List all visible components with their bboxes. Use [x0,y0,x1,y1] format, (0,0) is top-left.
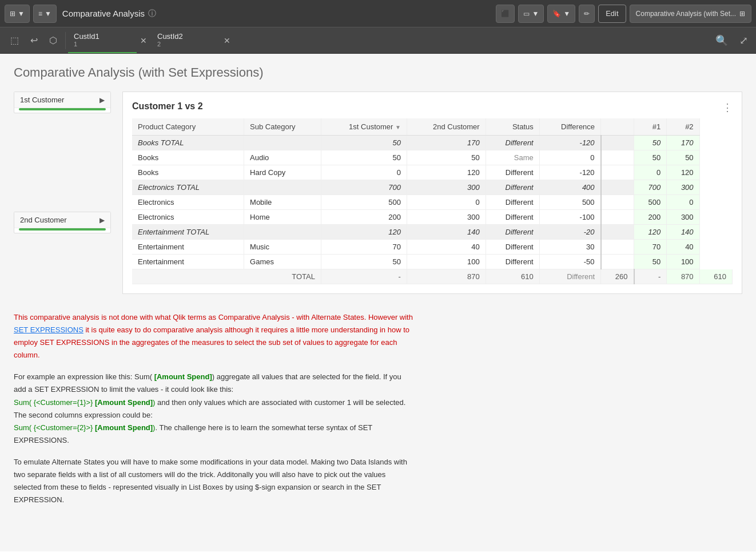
cell-diff: 400 [539,180,600,195]
cell-h2: 120 [667,165,699,180]
cell-c2: 40 [407,240,486,255]
tab-custid1-content[interactable]: CustId1 1 [68,27,137,53]
grid-view-button[interactable]: ⊞ ▼ [5,5,30,23]
sheet-label[interactable]: Comparative Analysis (with Set... ⊞ [630,5,751,23]
cell-subcategory [244,136,321,150]
select-all-button[interactable]: ⬚ [5,27,25,53]
filter-2nd-customer: 2nd Customer ▶ [14,212,111,233]
grid-icon: ⊞ [10,10,15,18]
analysis-container: Customer 1 vs 2 ⋮ Product Category Sub C… [122,92,742,294]
tab-search-icon[interactable]: 🔍 [712,34,731,47]
data-table: Product Category Sub Category 1st Custom… [132,118,733,284]
table-row: Books TOTAL50170Different-12050170 [132,136,733,150]
cell-c1: 500 [321,195,407,210]
filter-1st-customer: 1st Customer ▶ [14,92,111,113]
toolbar-right: ⬛ ▭ ▼ 🔖 ▼ ✏ Edit Comparative Analysis (w… [496,5,751,23]
cell-diff: -20 [539,225,600,240]
cell-h1: 0 [634,165,667,180]
tab-custid1: CustId1 1 ✕ [68,27,150,53]
col-header-blank [601,118,634,136]
table-row: EntertainmentGames50100Different-5050100 [132,255,733,269]
cell-h1: 70 [634,240,667,255]
monitor-button[interactable]: ▭ ▼ [518,5,544,23]
cell-c1: 700 [321,180,407,195]
list-view-button[interactable]: ≡ ▼ [33,5,57,23]
tab-custid2-value: 2 [157,41,214,47]
cell-subcategory [244,180,321,195]
camera-button[interactable]: ⬛ [496,5,515,23]
cell-status: Different [486,165,539,180]
back-icon: ↩ [30,35,38,46]
bookmark-icon: 🔖 [552,10,561,18]
bookmark-button[interactable]: 🔖 ▼ [547,5,575,23]
cell-blank [601,165,634,180]
back-button[interactable]: ↩ [25,27,43,53]
tab-custid2-content[interactable]: CustId2 2 [152,27,220,53]
table-menu-button[interactable]: ⋮ [722,101,733,114]
table-row: BooksAudio5050Same05050 [132,150,733,165]
tab-custid2-name: CustId2 [157,32,214,41]
filter-2nd-customer-header[interactable]: 2nd Customer ▶ [14,212,110,228]
cell-category: Electronics [132,210,244,225]
cell-c1: 120 [321,225,407,240]
total-h2: 610 [699,269,732,284]
toolbar-title: Comparative Analysis ⓘ [62,9,156,19]
tab-expand-icon[interactable]: ⤢ [736,34,751,47]
set-expressions-link[interactable]: SET EXPRESSIONS [14,325,83,334]
cell-h1: 50 [634,150,667,165]
total-c1-blank: - [321,269,407,284]
cell-status: Different [486,255,539,269]
total-diff: 260 [601,269,634,284]
cell-c2: 170 [407,136,486,150]
lasso-icon: ⬡ [49,35,57,46]
total-h1: 870 [667,269,699,284]
cell-blank [601,136,634,150]
cell-status: Different [486,225,539,240]
pen-button[interactable]: ✏ [579,5,595,23]
table-row: Electronics TOTAL700300Different40070030… [132,180,733,195]
cell-c1: 50 [321,136,407,150]
monitor-icon: ▭ [523,10,530,18]
tab-separator [65,32,66,49]
cell-h2: 40 [667,240,699,255]
list-icon: ≡ [38,10,42,18]
tab-bar: ⬚ ↩ ⬡ CustId1 1 ✕ CustId2 2 ✕ 🔍 ⤢ [0,27,756,54]
pen-icon: ✏ [584,10,590,18]
cell-blank [601,225,634,240]
main-content: Comparative Analysis (with Set Expressio… [0,54,756,551]
cell-c2: 140 [407,225,486,240]
bookmark-dropdown-icon: ▼ [563,10,570,18]
cell-c2: 300 [407,180,486,195]
cell-h2: 100 [667,255,699,269]
cell-h2: 140 [667,225,699,240]
cell-c2: 0 [407,195,486,210]
total-c2: 610 [486,269,539,284]
col-header-1st-customer: 1st Customer ▼ [321,118,407,136]
description-area: This comparative analysis is not done wi… [14,311,414,506]
cell-status: Different [486,195,539,210]
cell-diff: 500 [539,195,600,210]
edit-button[interactable]: Edit [598,5,626,23]
cell-blank [601,210,634,225]
cell-h2: 300 [667,210,699,225]
analysis-title: Customer 1 vs 2 [132,101,203,112]
col-header-2nd-customer: 2nd Customer [407,118,486,136]
tab-custid1-close[interactable]: ✕ [137,36,150,45]
tab-custid2: CustId2 2 ✕ [152,27,234,53]
cell-diff: -50 [539,255,600,269]
desc-para1-before-link: This comparative analysis is not done wi… [14,313,413,321]
lasso-button[interactable]: ⬡ [43,27,63,53]
cell-h1: 50 [634,255,667,269]
tab-custid2-close[interactable]: ✕ [220,36,234,45]
cell-diff: -120 [539,136,600,150]
cell-c2: 120 [407,165,486,180]
tab-bar-right: 🔍 ⤢ [712,27,751,53]
info-icon[interactable]: ⓘ [148,9,156,19]
col-header-h2: #2 [667,118,699,136]
cell-blank [601,255,634,269]
cell-c1: 50 [321,150,407,165]
cell-subcategory: Mobile [244,195,321,210]
filter-1st-customer-bar [19,108,106,110]
filter-1st-customer-header[interactable]: 1st Customer ▶ [14,92,110,108]
filter-2nd-customer-label: 2nd Customer [20,216,67,224]
